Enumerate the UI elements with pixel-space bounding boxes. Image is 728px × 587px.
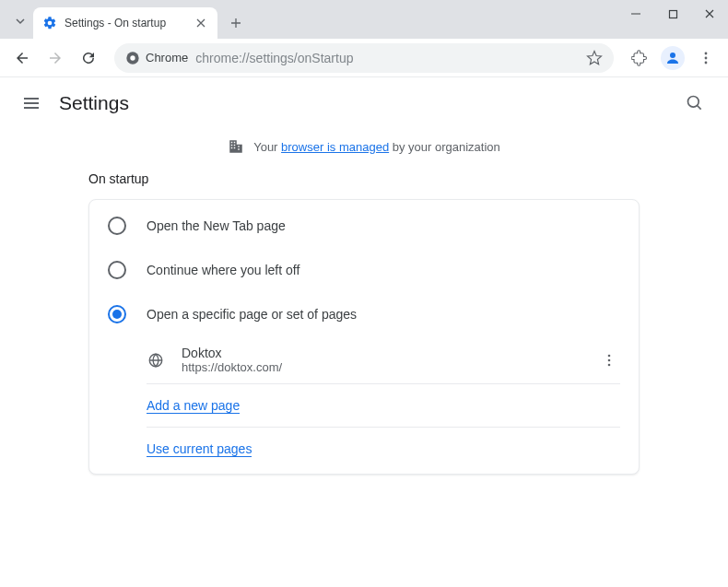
new-tab-button[interactable]: [223, 10, 249, 36]
add-new-page-link[interactable]: Add a new page: [147, 398, 240, 414]
site-chip-label: Chrome: [146, 51, 188, 65]
page-entry-name: Doktox: [182, 346, 581, 360]
page-title: Settings: [59, 92, 129, 114]
use-current-pages-link[interactable]: Use current pages: [147, 441, 252, 457]
reload-button[interactable]: [74, 43, 103, 73]
radio-icon: [108, 217, 126, 235]
svg-point-6: [705, 61, 708, 64]
page-entry-more-icon[interactable]: [598, 353, 620, 368]
tab-title: Settings - On startup: [65, 17, 186, 29]
option-new-tab[interactable]: Open the New Tab page: [89, 204, 639, 248]
chrome-logo-icon: [125, 51, 140, 65]
hamburger-menu-icon[interactable]: [18, 90, 44, 116]
globe-icon: [147, 351, 165, 370]
extensions-icon[interactable]: [625, 43, 654, 73]
svg-point-11: [608, 363, 611, 366]
svg-point-7: [688, 97, 699, 108]
back-button[interactable]: [7, 43, 37, 73]
option-label: Open the New Tab page: [147, 218, 286, 233]
svg-point-2: [130, 55, 135, 60]
settings-gear-icon: [42, 16, 57, 30]
maximize-button[interactable]: [654, 0, 691, 28]
bookmark-star-icon[interactable]: [586, 50, 603, 66]
browser-menu-button[interactable]: [691, 43, 721, 73]
svg-point-3: [670, 53, 675, 58]
address-bar[interactable]: Chrome chrome://settings/onStartup: [114, 43, 614, 73]
browser-toolbar: Chrome chrome://settings/onStartup: [0, 39, 728, 77]
svg-rect-0: [669, 10, 676, 18]
minimize-button[interactable]: [617, 0, 654, 28]
tab-search-dropdown[interactable]: [7, 6, 33, 37]
use-current-row: Use current pages: [89, 428, 639, 470]
svg-point-5: [705, 56, 708, 59]
radio-icon: [108, 261, 126, 279]
profile-avatar[interactable]: [658, 43, 687, 73]
radio-icon: [108, 305, 126, 323]
managed-text: Your browser is managed by your organiza…: [253, 140, 500, 154]
option-specific-pages[interactable]: Open a specific page or set of pages: [89, 292, 639, 336]
window-controls: [617, 0, 728, 39]
managed-link[interactable]: browser is managed: [281, 140, 389, 154]
page-entry-url: https://doktox.com/: [182, 360, 581, 374]
browser-tab-active[interactable]: Settings - On startup: [33, 7, 217, 39]
forward-button[interactable]: [41, 43, 70, 73]
window-close-button[interactable]: [691, 0, 728, 28]
person-icon: [664, 50, 681, 66]
site-chip[interactable]: Chrome: [125, 51, 188, 65]
address-url: chrome://settings/onStartup: [195, 51, 353, 65]
business-icon: [228, 138, 244, 155]
svg-point-10: [608, 358, 611, 361]
search-icon[interactable]: [680, 88, 710, 118]
browser-titlebar: Settings - On startup: [0, 0, 728, 39]
option-continue[interactable]: Continue where you left off: [89, 248, 639, 292]
settings-header: Settings: [0, 77, 728, 129]
add-page-row: Add a new page: [89, 384, 639, 427]
svg-point-4: [705, 52, 708, 54]
section-title: On startup: [88, 171, 640, 186]
option-label: Open a specific page or set of pages: [147, 307, 357, 322]
svg-point-9: [608, 354, 611, 357]
close-icon[interactable]: [194, 16, 208, 30]
startup-page-entry: Doktox https://doktox.com/: [89, 336, 639, 383]
managed-banner: Your browser is managed by your organiza…: [0, 129, 728, 171]
option-label: Continue where you left off: [147, 263, 299, 277]
startup-options-card: Open the New Tab page Continue where you…: [88, 199, 640, 475]
content-area: On startup Open the New Tab page Continu…: [0, 171, 728, 475]
